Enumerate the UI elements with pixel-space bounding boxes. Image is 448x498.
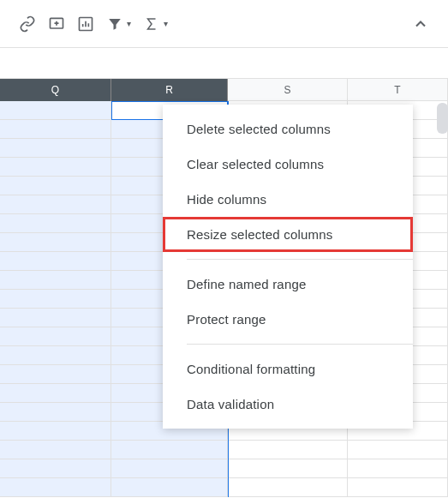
cell[interactable]	[0, 441, 111, 459]
cell[interactable]	[0, 252, 111, 271]
functions-button[interactable]	[138, 10, 165, 38]
cell[interactable]	[0, 478, 111, 497]
chart-icon	[77, 15, 94, 33]
cell[interactable]	[0, 422, 111, 441]
cell[interactable]	[348, 478, 448, 497]
cell[interactable]	[0, 101, 111, 120]
cell[interactable]	[228, 478, 348, 497]
cell[interactable]	[111, 478, 228, 497]
menu-item-protect-range[interactable]: Protect range	[163, 302, 413, 337]
insert-link-button[interactable]	[14, 10, 41, 38]
insert-comment-button[interactable]	[43, 10, 70, 38]
column-header-t[interactable]: T	[348, 79, 448, 101]
cell[interactable]	[0, 309, 111, 327]
column-header-q[interactable]: Q	[0, 79, 111, 101]
cell[interactable]	[0, 139, 111, 158]
cell[interactable]	[0, 459, 111, 478]
toolbar: ▾ ▾	[0, 0, 448, 48]
cell[interactable]	[0, 327, 111, 346]
cell[interactable]	[0, 403, 111, 422]
cell[interactable]	[348, 441, 448, 459]
menu-item-hide-columns[interactable]: Hide columns	[163, 182, 413, 217]
vertical-scrollbar-thumb[interactable]	[437, 103, 448, 134]
cell[interactable]	[0, 290, 111, 309]
menu-item-clear-selected-columns[interactable]: Clear selected columns	[163, 147, 413, 182]
collapse-toolbar-button[interactable]	[407, 10, 434, 38]
functions-dropdown-arrow[interactable]: ▾	[164, 19, 168, 28]
column-header-s[interactable]: S	[228, 79, 348, 101]
menu-item-conditional-formatting[interactable]: Conditional formatting	[163, 351, 413, 387]
column-context-menu: Delete selected columnsClear selected co…	[163, 105, 413, 429]
grid-row	[0, 459, 448, 478]
cell[interactable]	[0, 120, 111, 139]
column-header-r[interactable]: R	[111, 79, 228, 101]
menu-item-define-named-range[interactable]: Define named range	[163, 267, 413, 302]
chevron-up-icon	[412, 15, 429, 33]
cell[interactable]	[348, 459, 448, 478]
grid-row	[0, 478, 448, 497]
cell[interactable]	[0, 365, 111, 384]
menu-item-data-validation[interactable]: Data validation	[163, 387, 413, 422]
menu-item-delete-selected-columns[interactable]: Delete selected columns	[163, 111, 413, 147]
cell[interactable]	[228, 441, 348, 459]
menu-item-resize-selected-columns[interactable]: Resize selected columns	[163, 217, 413, 252]
cell[interactable]	[228, 459, 348, 478]
functions-group: ▾	[138, 10, 173, 38]
comment-plus-icon	[48, 15, 65, 33]
cell[interactable]	[0, 384, 111, 403]
cell[interactable]	[0, 158, 111, 177]
cell[interactable]	[111, 441, 228, 459]
cell[interactable]	[0, 177, 111, 195]
column-headers: QRST	[0, 79, 448, 101]
cell[interactable]	[0, 214, 111, 233]
formula-bar-area	[0, 48, 448, 79]
cell[interactable]	[0, 346, 111, 365]
grid-row	[0, 441, 448, 459]
filter-button[interactable]	[101, 10, 128, 38]
filter-icon	[107, 16, 122, 32]
cell[interactable]	[0, 195, 111, 214]
insert-chart-button[interactable]	[72, 10, 99, 38]
cell[interactable]	[0, 271, 111, 290]
filter-group: ▾	[101, 10, 136, 38]
menu-divider	[187, 259, 413, 260]
filter-dropdown-arrow[interactable]: ▾	[127, 19, 131, 28]
link-icon	[19, 15, 36, 33]
menu-divider	[187, 344, 413, 345]
cell[interactable]	[111, 459, 228, 478]
sigma-icon	[144, 16, 159, 32]
cell[interactable]	[0, 233, 111, 252]
